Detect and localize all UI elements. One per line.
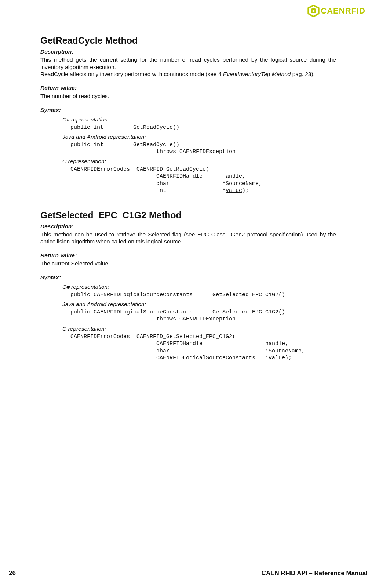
brand-logo: CAENRFID — [307, 5, 365, 17]
hexagon-icon — [307, 5, 320, 17]
page-footer: 26 CAEN RFID API – Reference Manual — [9, 570, 368, 577]
return-label: Return value: — [40, 252, 336, 259]
code-block: public int GetReadCycle() throws CAENRFI… — [70, 141, 336, 156]
rep-label: C# representation: — [62, 116, 336, 123]
code-block: CAENRFIDErrorCodes CAENRFID_GetSelected_… — [70, 333, 336, 362]
rep-label: C representation: — [62, 158, 336, 165]
rep-label: Java and Android representation: — [62, 301, 336, 308]
return-text: The number of read cycles. — [40, 92, 336, 100]
brand-text: CAENRFID — [321, 6, 365, 16]
return-text: The current Selected value — [40, 260, 336, 267]
rep-label: C# representation: — [62, 283, 336, 291]
page-number: 26 — [9, 570, 16, 577]
section-title: GetReadCycle Method — [40, 35, 336, 46]
syntax-block: C# representation: public int GetReadCyc… — [62, 116, 336, 195]
code-block: public int GetReadCycle() — [70, 124, 336, 131]
description-text: This method gets the current setting for… — [40, 56, 336, 78]
footer-title: CAEN RFID API – Reference Manual — [262, 570, 368, 577]
syntax-label: Syntax: — [40, 274, 336, 281]
section-title: GetSelected_EPC_C1G2 Method — [40, 210, 336, 221]
code-block: CAENRFIDErrorCodes CAENRFID_GetReadCycle… — [70, 166, 336, 195]
syntax-block: C# representation: public CAENRFIDLogica… — [62, 283, 336, 362]
description-label: Description: — [40, 48, 336, 55]
page-content: GetReadCycle Method Description: This me… — [9, 8, 368, 362]
return-label: Return value: — [40, 84, 336, 92]
code-block: public CAENRFIDLogicalSourceConstants Ge… — [70, 309, 336, 323]
svg-rect-2 — [313, 10, 314, 12]
description-label: Description: — [40, 223, 336, 230]
code-block: public CAENRFIDLogicalSourceConstants Ge… — [70, 291, 336, 299]
syntax-label: Syntax: — [40, 106, 336, 114]
description-text: This method can be used to retrieve the … — [40, 231, 336, 246]
rep-label: Java and Android representation: — [62, 133, 336, 141]
rep-label: C representation: — [62, 325, 336, 333]
